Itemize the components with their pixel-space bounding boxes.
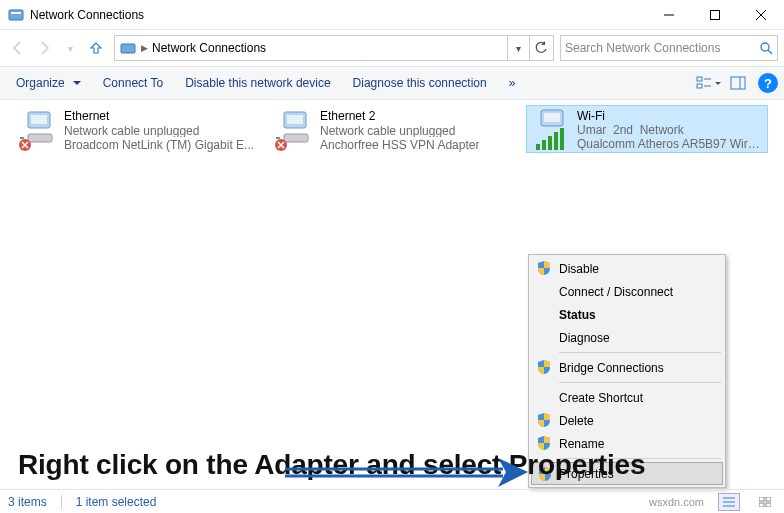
history-dropdown[interactable]: ▾ <box>507 36 529 60</box>
svg-rect-33 <box>548 136 552 150</box>
help-button[interactable]: ? <box>758 73 778 93</box>
svg-rect-23 <box>287 115 303 124</box>
svg-rect-17 <box>28 134 52 142</box>
svg-rect-30 <box>544 113 560 122</box>
svg-rect-1 <box>11 12 21 14</box>
location-icon <box>119 39 137 57</box>
svg-rect-44 <box>766 503 771 507</box>
status-selected: 1 item selected <box>76 495 157 509</box>
command-bar: Organize Connect To Disable this network… <box>0 66 784 100</box>
svg-rect-42 <box>766 497 771 501</box>
content-area: Ethernet Network cable unplugged Broadco… <box>0 100 784 480</box>
svg-rect-0 <box>9 10 23 20</box>
adapter-status: Network cable unplugged <box>320 123 479 138</box>
svg-rect-24 <box>284 134 308 142</box>
close-button[interactable] <box>738 0 784 30</box>
menu-separator <box>559 382 721 383</box>
refresh-button[interactable] <box>529 36 551 60</box>
adapter-status: Network cable unplugged <box>64 123 254 138</box>
svg-point-7 <box>761 43 769 51</box>
svg-rect-43 <box>759 503 764 507</box>
watermark: wsxdn.com <box>649 496 704 508</box>
details-view-button[interactable] <box>718 493 740 511</box>
breadcrumb-text[interactable]: Network Connections <box>150 41 268 55</box>
svg-rect-32 <box>542 140 546 150</box>
search-input[interactable]: Search Network Connections <box>560 35 778 61</box>
icons-view-button[interactable] <box>754 493 776 511</box>
overflow-button[interactable]: » <box>499 72 526 94</box>
window-title: Network Connections <box>30 8 646 22</box>
status-bar: 3 items 1 item selected wsxdn.com <box>0 489 784 513</box>
chevron-right-icon: ▶ <box>139 43 150 53</box>
ethernet-icon <box>18 108 60 152</box>
adapter-name: Ethernet 2 <box>320 108 479 123</box>
adapter-status: Umar_2nd_Network <box>577 122 763 136</box>
svg-rect-34 <box>554 132 558 150</box>
menu-status[interactable]: Status <box>531 303 723 326</box>
wifi-icon <box>531 108 573 152</box>
forward-button[interactable] <box>32 36 56 60</box>
shield-icon <box>536 359 552 375</box>
up-button[interactable] <box>84 36 108 60</box>
menu-delete[interactable]: Delete <box>531 409 723 432</box>
adapter-name: Ethernet <box>64 108 254 123</box>
window-icon <box>8 7 24 23</box>
organize-menu[interactable]: Organize <box>6 72 91 94</box>
menu-connect[interactable]: Connect / Disconnect <box>531 280 723 303</box>
svg-line-8 <box>768 50 772 54</box>
svg-rect-10 <box>697 84 702 88</box>
svg-rect-9 <box>697 77 702 81</box>
diagnose-button[interactable]: Diagnose this connection <box>343 72 497 94</box>
adapter-device: Broadcom NetLink (TM) Gigabit E... <box>64 137 254 152</box>
search-icon[interactable] <box>759 41 773 55</box>
svg-rect-41 <box>759 497 764 501</box>
menu-diagnose[interactable]: Diagnose <box>531 326 723 349</box>
adapter-device: Anchorfree HSS VPN Adapter <box>320 137 479 152</box>
adapter-wifi[interactable]: Wi-Fi Umar_2nd_Network Qualcomm Atheros … <box>526 105 768 153</box>
ethernet-icon <box>274 108 316 152</box>
menu-disable[interactable]: Disable <box>531 257 723 280</box>
breadcrumb-bar[interactable]: ▶ Network Connections ▾ <box>114 35 554 61</box>
menu-separator <box>559 352 721 353</box>
title-bar: Network Connections <box>0 0 784 30</box>
svg-rect-6 <box>121 44 135 53</box>
disable-device-button[interactable]: Disable this network device <box>175 72 340 94</box>
maximize-button[interactable] <box>692 0 738 30</box>
search-placeholder: Search Network Connections <box>565 41 759 55</box>
back-button[interactable] <box>6 36 30 60</box>
svg-rect-31 <box>536 144 540 150</box>
connect-to-button[interactable]: Connect To <box>93 72 174 94</box>
svg-rect-16 <box>31 115 47 124</box>
adapter-name: Wi-Fi <box>577 108 763 122</box>
adapter-ethernet-2[interactable]: Ethernet 2 Network cable unplugged Ancho… <box>270 106 522 154</box>
svg-rect-35 <box>560 128 564 150</box>
view-options-button[interactable] <box>694 70 722 96</box>
address-row: ▾ ▶ Network Connections ▾ Search Network… <box>0 30 784 66</box>
menu-bridge[interactable]: Bridge Connections <box>531 356 723 379</box>
adapter-device: Qualcomm Atheros AR5B97 Wirel... <box>577 136 763 150</box>
recent-dropdown[interactable]: ▾ <box>58 36 82 60</box>
svg-rect-13 <box>731 77 745 89</box>
shield-icon <box>536 412 552 428</box>
status-count: 3 items <box>8 495 47 509</box>
status-separator <box>61 495 62 509</box>
shield-icon <box>536 260 552 276</box>
preview-pane-button[interactable] <box>724 70 752 96</box>
svg-rect-3 <box>711 10 720 19</box>
menu-shortcut[interactable]: Create Shortcut <box>531 386 723 409</box>
adapter-ethernet[interactable]: Ethernet Network cable unplugged Broadco… <box>14 106 266 154</box>
minimize-button[interactable] <box>646 0 692 30</box>
